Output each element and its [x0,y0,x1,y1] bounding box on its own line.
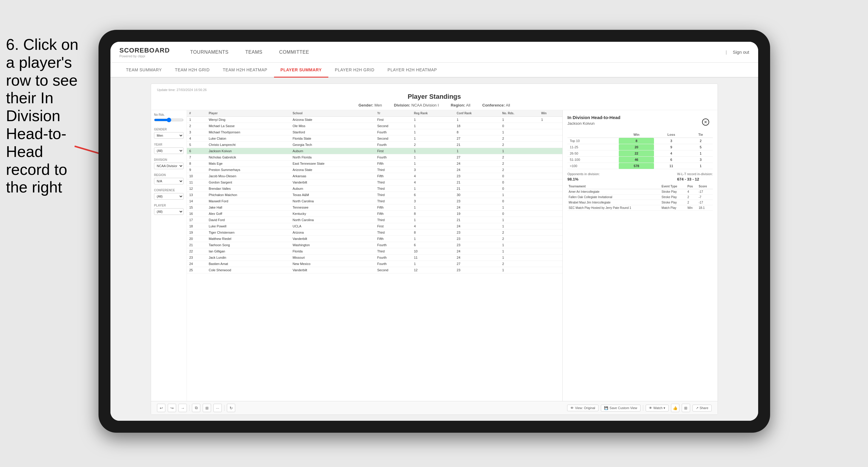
cell-rds: 0 [500,173,539,179]
table-row[interactable]: 9 Preston Summerhays Arizona State Third… [187,167,562,173]
table-row[interactable]: 13 Phichaksn Maichon Texas A&M Third 6 3… [187,192,562,198]
nav-teams[interactable]: TEAMS [237,42,271,63]
division-select[interactable]: NCAA Division I [154,163,184,169]
cell-yr: Third [375,248,412,254]
main-content: Update time: 27/03/2024 16:56:26 Player … [111,77,758,421]
region-select[interactable]: N/A [154,178,184,184]
cell-reg: 11 [412,254,454,261]
table-row[interactable]: 23 Jack Lundin Missouri Fourth 11 24 1 [187,254,562,261]
table-row[interactable]: 8 Mats Ege East Tennessee State Fifth 1 … [187,160,562,167]
more-button[interactable]: ··· [213,404,222,412]
cell-win: 1 [539,117,562,123]
h2h-win: 46 [619,157,654,163]
forward-button[interactable]: → [179,404,187,412]
cell-conf: 23 [454,173,500,179]
cell-rds: 1 [500,223,539,229]
paste-button[interactable]: ⊞ [203,404,211,412]
grid-button[interactable]: ⊞ [682,404,690,412]
table-row[interactable]: 11 Gordon Sargent Vanderbilt Third 4 21 … [187,179,562,186]
redo-button[interactable]: ↪ [168,404,176,412]
cell-school: Tennessee [290,205,375,211]
table-row[interactable]: 21 Taehoon Song Washington Fourth 6 23 1 [187,242,562,248]
cell-conf: 24 [454,205,500,211]
sub-nav-player-h2h-heatmap[interactable]: PLAYER H2H HEATMAP [381,63,443,77]
close-button[interactable]: ✕ [702,119,709,126]
cell-conf: 18 [454,123,500,129]
col-event-type: Event Type [660,184,686,189]
watch-button[interactable]: 👁 Watch ▾ [646,405,669,411]
table-row[interactable]: 25 Cole Sherwood Vanderbilt Second 12 23… [187,267,562,273]
cell-player: Nicholas Gabrelcik [206,154,290,160]
nav-tournaments[interactable]: TOURNAMENTS [182,42,237,63]
update-time: Update time: 27/03/2024 16:56:26 [157,88,712,92]
table-row[interactable]: 18 Luke Powell UCLA First 4 24 1 [187,223,562,229]
cell-player: Ian Gilligan [206,248,290,254]
player-table-area: # Player School Yr Reg Rank Conf Rank No… [187,110,562,401]
table-row[interactable]: 20 Matthew Riedel Vanderbilt Fifth 1 23 … [187,236,562,242]
tourn-type: Stroke Play [660,189,686,194]
sub-nav-player-summary[interactable]: PLAYER SUMMARY [274,63,328,77]
year-section: Year (All) [154,143,184,154]
table-row[interactable]: 24 Bastien Amat New Mexico Fourth 1 27 2 [187,261,562,267]
save-custom-button[interactable]: 💾 Save Custom View [601,405,641,411]
table-row[interactable]: 1 Wenyi Ding Arizona State First 1 1 1 1 [187,117,562,123]
col-conf-rank: Conf Rank [454,110,500,117]
cell-player: Phichaksn Maichon [206,192,290,198]
table-row[interactable]: 12 Brendan Valles Auburn Third 1 21 0 [187,186,562,192]
sub-nav-team-summary[interactable]: TEAM SUMMARY [119,63,168,77]
refresh-button[interactable]: ↻ [227,404,235,412]
table-row[interactable]: 5 Christo Lamprecht Georgia Tech Fourth … [187,142,562,148]
share-button[interactable]: ↗ Share [692,405,712,411]
cell-reg: 1 [412,135,454,142]
sub-nav-team-h2h-heatmap[interactable]: TEAM H2H HEATMAP [216,63,274,77]
cell-conf: 23 [454,267,500,273]
sub-nav-player-h2h-grid[interactable]: PLAYER H2H GRID [328,63,381,77]
left-sidebar: No Rds. Gender Men Year (All [151,110,187,401]
player-select[interactable]: (All) [154,208,184,215]
cell-conf: 23 [454,242,500,248]
gender-select[interactable]: Men [154,132,184,139]
year-select[interactable]: (All) [154,147,184,154]
col-score: Score [698,184,713,189]
h2h-win: 20 [619,144,654,150]
thumbs-up-button[interactable]: 👍 [671,404,679,412]
table-row[interactable]: 17 David Ford North Carolina Third 1 21 … [187,217,562,223]
col-no-rds: No. Rds. [500,110,539,117]
cell-player: David Ford [206,217,290,223]
cell-rds: 1 [500,248,539,254]
table-row[interactable]: 14 Maxwell Ford North Carolina Third 3 2… [187,198,562,205]
cell-win [539,198,562,205]
table-row[interactable]: 7 Nicholas Gabrelcik North Florida Fourt… [187,154,562,160]
cell-player: Michael Thorbjornsen [206,129,290,135]
cell-rank: 22 [187,248,206,254]
cell-school: Arizona State [290,167,375,173]
table-row[interactable]: 2 Michael La Sasse Ole Miss Second 1 18 … [187,123,562,129]
cell-rds: 2 [500,229,539,236]
cell-yr: Second [375,267,412,273]
conference-filter: Conference: All [483,103,510,107]
table-row[interactable]: 3 Michael Thorbjornsen Stanford Fourth 1… [187,129,562,135]
table-row[interactable]: 6 Jackson Koivun Auburn First 1 1 1 [187,148,562,154]
table-row[interactable]: 19 Tiger Christensen Arizona Third 8 23 … [187,229,562,236]
table-row[interactable]: 16 Alex Goff Kentucky Fifth 8 19 0 [187,211,562,217]
nav-committee[interactable]: COMMITTEE [271,42,318,63]
table-row[interactable]: 4 Luke Claton Florida State Second 1 27 … [187,135,562,142]
undo-button[interactable]: ↩ [157,404,165,412]
sub-nav-team-h2h-grid[interactable]: TEAM H2H GRID [168,63,216,77]
no-rds-slider[interactable] [154,118,184,122]
col-player: Player [206,110,290,117]
table-row[interactable]: 22 Ian Gilligan Florida Third 10 24 1 [187,248,562,254]
sign-out-button[interactable]: Sign out [733,50,749,55]
table-row[interactable]: 10 Jacob Mou-Olesen Arkansas Fifth 4 23 … [187,173,562,179]
cell-rank: 2 [187,123,206,129]
conference-label: Conference [154,189,184,192]
cell-rds: 2 [500,160,539,167]
copy-button[interactable]: ⧉ [192,404,200,412]
cell-win [539,229,562,236]
table-row[interactable]: 15 Jake Hall Tennessee Fifth 1 24 1 [187,205,562,211]
view-original-button[interactable]: 👁 View: Original [567,405,598,411]
h2h-loss: 4 [654,150,689,157]
cell-win [539,192,562,198]
division-label: Division [154,158,184,161]
conference-select[interactable]: (All) [154,193,184,199]
